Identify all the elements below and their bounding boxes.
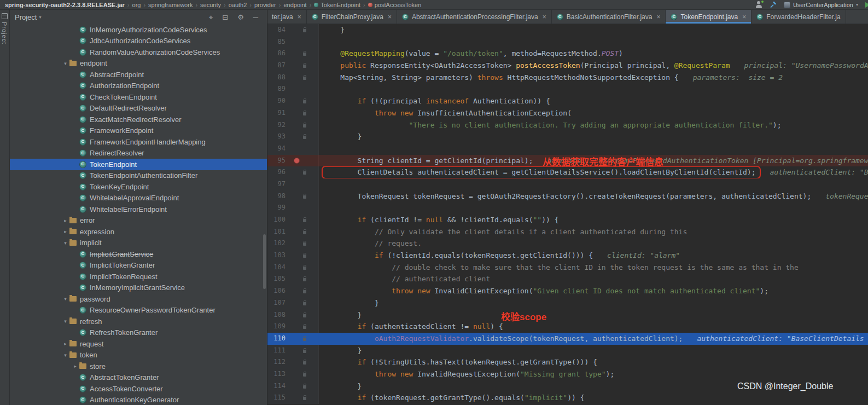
code-line[interactable]: 84 } [267,24,868,36]
tree-item[interactable]: ▾password [9,293,267,305]
code-line[interactable]: 104 // double check to make sure that th… [267,262,868,274]
code-text[interactable] [319,178,868,190]
code-text[interactable]: if (authenticatedClient != null) { [319,321,868,333]
line-number[interactable]: 94 [267,143,288,155]
line-number[interactable]: 96 [267,166,288,178]
code-text[interactable]: // Only validate the client details if a… [319,226,868,238]
line-number[interactable]: 90 [267,95,288,107]
code-line[interactable]: 109 if (authenticatedClient != null) { [267,321,868,333]
code-text[interactable]: Map<String, String> parameters) throws H… [319,72,868,84]
tree-item[interactable]: CAuthenticationKeyGenerator [9,395,267,405]
tree-chevron-icon[interactable]: ▸ [61,341,69,346]
tree-item[interactable]: CCheckTokenEndpoint [9,91,267,103]
project-tool-window-tab[interactable]: Project [1,22,8,44]
tree-item[interactable]: CInMemoryAuthorizationCodeServices [9,24,267,36]
code-text[interactable]: oAuth2RequestValidator.validateScope(tok… [319,333,868,345]
code-line[interactable]: 106 throw new InvalidClientException("Gi… [267,285,868,297]
line-number[interactable]: 102 [267,238,288,250]
line-number[interactable]: 95 [267,155,288,167]
build-hammer-icon[interactable] [770,1,777,8]
code-line[interactable]: 87 public ResponseEntity<OAuth2AccessTok… [267,60,868,72]
tree-item[interactable]: CWhitelabelErrorEndpoint [9,204,267,215]
gear-icon[interactable]: ⚙ [237,14,244,21]
code-text[interactable] [319,202,868,214]
tree-item[interactable]: CDefaultRedirectResolver [9,103,267,114]
breadcrumb-item[interactable]: oauth2 [228,2,248,8]
tree-item[interactable]: CTokenKeyEndpoint [9,181,267,193]
breadcrumb-item[interactable]: security [200,2,222,8]
tree-chevron-icon[interactable]: ▾ [61,240,69,246]
tree-item[interactable]: CJdbcAuthorizationCodeServices [9,36,267,47]
code-line[interactable]: 91 throw new InsufficientAuthenticationE… [267,107,868,119]
line-number[interactable]: 85 [267,36,288,48]
code-text[interactable]: } [319,309,868,321]
tree-item[interactable]: CResourceOwnerPasswordTokenGranter [9,305,267,316]
code-text[interactable]: } [319,24,868,36]
line-number[interactable]: 92 [267,119,288,131]
code-line[interactable]: 89 [267,83,868,95]
breadcrumb-item[interactable]: org [132,2,142,8]
code-line[interactable]: 99 [267,202,868,214]
tree-scrollbar[interactable] [263,234,266,289]
tree-item[interactable]: CImplicitTokenRequest [9,271,267,282]
editor-tab[interactable]: CForwardedHeaderFilter.ja [752,10,846,24]
code-line[interactable]: 92 "There is no client authentication. T… [267,119,868,131]
line-number[interactable]: 108 [267,309,288,321]
tree-chevron-icon[interactable]: ▸ [61,218,69,223]
code-text[interactable]: } [319,297,868,309]
line-number[interactable]: 115 [267,392,288,404]
breadcrumb-item[interactable]: spring-security-oauth2-2.3.8.RELEASE.jar [4,2,125,8]
line-number[interactable]: 86 [267,48,288,60]
tree-chevron-icon[interactable]: ▸ [71,363,79,369]
breadcrumb-item[interactable]: springframework [148,2,193,8]
code-line[interactable]: 94 [267,143,868,155]
user-icon[interactable] [755,1,762,8]
tree-item[interactable]: ▾refresh [9,316,267,327]
breadcrumb-item[interactable]: postAccessToken [368,2,422,8]
line-number[interactable]: 107 [267,297,288,309]
code-line[interactable]: 96 ClientDetails authenticatedClient = g… [267,166,868,178]
run-button[interactable] [865,2,868,8]
code-line[interactable]: 90 if (!(principal instanceof Authentica… [267,95,868,107]
panel-title[interactable]: Project [15,13,37,21]
code-line[interactable]: 111 } [267,345,868,357]
hide-panel-icon[interactable]: ─ [253,14,258,21]
code-text[interactable]: // double check to make sure that the cl… [319,262,868,274]
tree-chevron-icon[interactable]: ▾ [61,352,69,358]
code-line[interactable]: 115 if (tokenRequest.getGrantType().equa… [267,392,868,404]
code-line[interactable]: 85 [267,36,868,48]
locate-icon[interactable]: ⌖ [209,14,213,21]
code-line[interactable]: 107 } [267,297,868,309]
line-number[interactable]: 93 [267,131,288,143]
code-text[interactable]: @RequestMapping(value = "/oauth/token", … [319,48,868,60]
code-line[interactable]: 93 } [267,131,868,143]
line-number[interactable]: 113 [267,368,288,380]
editor-tab[interactable]: CTokenEndpoint.java× [666,10,752,24]
code-text[interactable]: if (!clientId.equals(tokenRequest.getCli… [319,250,868,262]
code-line[interactable]: 100 if (clientId != null && !clientId.eq… [267,214,868,226]
editor-tab[interactable]: CFilterChainProxy.java× [307,10,397,24]
tree-item[interactable]: CAuthorizationEndpoint [9,80,267,92]
code-text[interactable] [319,36,868,48]
tree-item[interactable]: CRefreshTokenGranter [9,327,267,339]
tree-chevron-icon[interactable]: ▸ [61,229,69,234]
tree-item[interactable]: CRandomValueAuthorizationCodeServices [9,47,267,58]
code-text[interactable]: } [319,345,868,357]
tree-item[interactable]: CRedirectResolver [9,148,267,159]
tree-chevron-icon[interactable]: ▾ [61,61,69,66]
code-text[interactable]: "There is no client authentication. Try … [319,119,868,131]
breadcrumb-item[interactable]: endpoint [283,2,307,8]
code-line[interactable]: 98 TokenRequest tokenRequest = getOAuth2… [267,190,868,202]
line-number[interactable]: 111 [267,345,288,357]
line-number[interactable]: 110 [267,333,288,345]
code-line[interactable]: 97 [267,178,868,190]
line-number[interactable]: 87 [267,60,288,72]
tree-item[interactable]: ▾token [9,350,267,361]
tree-chevron-icon[interactable]: ▾ [61,319,69,324]
line-number[interactable]: 112 [267,356,288,368]
code-line[interactable]: 113 throw new InvalidRequestException("M… [267,368,868,380]
tree-item[interactable]: ▸error [9,215,267,227]
line-number[interactable]: 84 [267,24,288,36]
run-config-selector[interactable]: UserCenterApplication ▾ [784,2,858,8]
code-line[interactable]: 110 oAuth2RequestValidator.validateScope… [267,333,868,345]
